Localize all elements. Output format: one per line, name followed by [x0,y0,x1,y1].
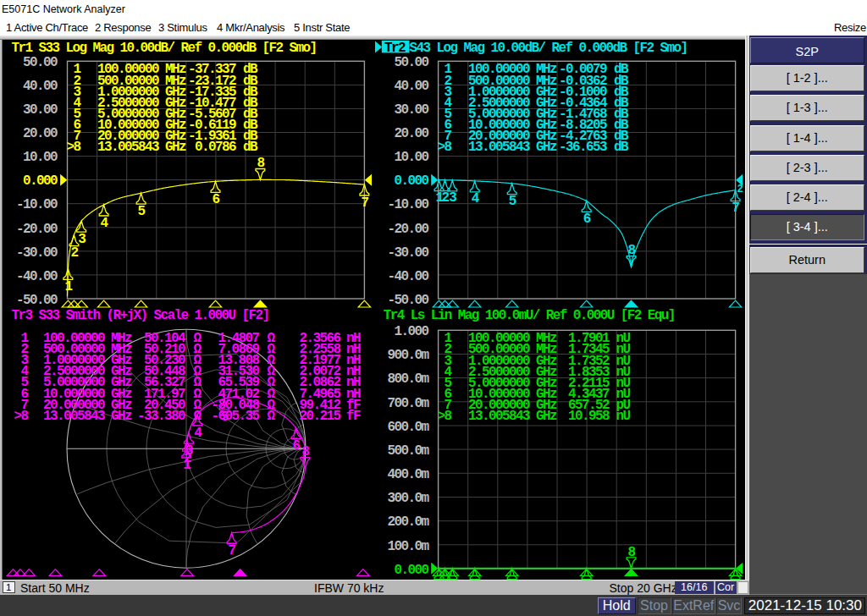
svg-text:Tr2: Tr2 [384,41,406,56]
svg-text:3: 3 [78,232,86,247]
svg-text:5: 5 [509,194,516,209]
svg-text:3: 3 [449,190,456,206]
svg-text:dB: dB [614,140,629,155]
svg-text:0.000: 0.000 [394,563,428,578]
svg-text:-10.00: -10.00 [16,197,58,212]
svg-text:500.0m: 500.0m [387,443,429,459]
svg-text:-20.00: -20.00 [16,222,58,237]
svg-text:50.00: 50.00 [23,55,58,70]
svg-text:>8: >8 [437,140,451,155]
svg-text:Tr4 Ls Lin Mag 100.0mU/ Ref 0.: Tr4 Ls Lin Mag 100.0mU/ Ref 0.000U [F2 E… [384,308,675,323]
svg-text:400.0m: 400.0m [387,467,429,482]
svg-text:100.0m: 100.0m [387,539,429,554]
svg-text:6: 6 [292,438,300,454]
svg-text:-30.00: -30.00 [16,245,58,261]
svg-text:13.005843 GHz: 13.005843 GHz [468,409,557,424]
svg-text:8: 8 [301,444,309,459]
svg-text:40.00: 40.00 [23,79,58,94]
svg-text:8: 8 [627,545,635,560]
svg-text:>8: >8 [14,409,28,424]
svg-text:2: 2 [737,184,743,195]
svg-text:13.005843 GHz: 13.005843 GHz [97,140,186,155]
svg-text:200.0m: 200.0m [387,514,429,530]
svg-text:50.00: 50.00 [394,55,428,70]
svg-text:7: 7 [732,201,740,216]
svg-text:900.0m: 900.0m [387,348,429,363]
svg-text:-40.00: -40.00 [387,269,428,284]
svg-text:7: 7 [229,543,236,558]
svg-text:>8: >8 [66,140,80,155]
svg-text:dB: dB [243,140,258,155]
svg-text:20.00: 20.00 [23,126,58,141]
svg-text:20.215: 20.215 [299,409,340,424]
svg-text:S43 Log Mag 10.00dB/ Ref 0.000: S43 Log Mag 10.00dB/ Ref 0.000dB [F2 Smo… [410,41,688,56]
svg-text:0.0786: 0.0786 [195,140,236,155]
svg-text:13.005843 GHz: 13.005843 GHz [43,409,132,424]
svg-text:6: 6 [583,212,591,227]
svg-text:Tr1 S33 Log Mag 10.00dB/ Ref 0: Tr1 S33 Log Mag 10.00dB/ Ref 0.000dB [F2… [12,41,317,56]
svg-text:-10.00: -10.00 [387,197,428,212]
svg-text:-36.653: -36.653 [559,140,607,155]
svg-text:1.000: 1.000 [394,324,428,339]
svg-text:8: 8 [257,156,264,171]
svg-text:-30.00: -30.00 [387,245,428,261]
svg-text:30.00: 30.00 [23,102,58,118]
svg-text:fF: fF [346,409,361,424]
svg-text:nU: nU [616,409,631,424]
svg-text:10.958: 10.958 [568,409,610,424]
svg-text:13.005843 GHz: 13.005843 GHz [468,140,557,155]
svg-text:2: 2 [441,190,449,206]
svg-text:10.00: 10.00 [394,150,428,165]
svg-text:800.0m: 800.0m [387,371,429,387]
svg-text:>8: >8 [437,409,451,424]
svg-text:-20.00: -20.00 [387,222,428,237]
svg-text:5: 5 [138,204,146,219]
svg-text:10.00: 10.00 [23,150,58,165]
svg-text:20.00: 20.00 [394,126,428,141]
svg-text:40.00: 40.00 [394,79,428,94]
svg-text:300.0m: 300.0m [387,491,429,506]
svg-text:-40.00: -40.00 [16,269,58,284]
svg-text:-33.380: -33.380 [137,409,185,424]
svg-text:Tr3 S33 Smith (R+jX) Scale 1.0: Tr3 S33 Smith (R+jX) Scale 1.000U [F2] [12,308,269,323]
svg-text:6: 6 [212,192,219,207]
svg-text:-50.00: -50.00 [16,293,58,308]
svg-text:700.0m: 700.0m [387,396,429,411]
svg-text:7: 7 [361,195,368,211]
svg-text:600.0m: 600.0m [387,420,429,435]
svg-text:-50.00: -50.00 [387,293,428,308]
svg-text:1: 1 [64,279,72,294]
svg-text:-605.35: -605.35 [211,409,259,424]
svg-text:0.000: 0.000 [23,173,58,189]
svg-text:0.000: 0.000 [394,173,428,189]
svg-text:30.00: 30.00 [394,102,428,118]
svg-text:3: 3 [185,443,193,459]
svg-text:2: 2 [70,245,78,261]
svg-text:8: 8 [627,243,635,258]
